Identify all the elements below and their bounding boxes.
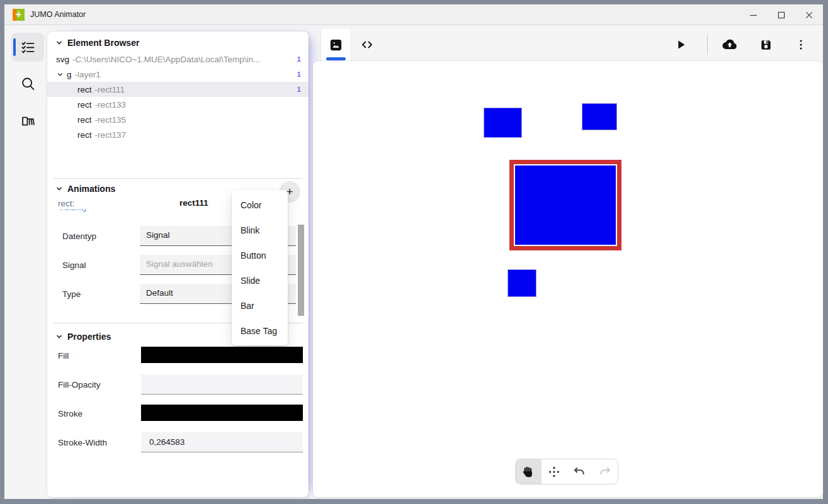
- element-tree: svg -C:\Users\NICO~1.MUE\AppData\Local\T…: [47, 52, 309, 142]
- animations-title: Animations: [67, 184, 115, 194]
- chevron-down-icon: [55, 333, 63, 340]
- close-icon: [803, 9, 815, 21]
- save-icon: [759, 38, 773, 52]
- undo-button[interactable]: [567, 459, 593, 484]
- tree-row-rect111[interactable]: rect -rect111 1: [47, 82, 309, 97]
- fill-label: Fill: [58, 351, 69, 361]
- selection-ring[interactable]: [509, 160, 621, 250]
- menu-item-base-tag[interactable]: Base Tag: [232, 318, 288, 344]
- properties-title: Properties: [67, 332, 111, 342]
- stroke-color-swatch[interactable]: [141, 405, 303, 421]
- play-icon: [674, 38, 688, 52]
- left-panel: Element Browser svg -C:\Users\NICO~1.MUE…: [47, 31, 309, 497]
- image-icon: [329, 38, 343, 52]
- code-icon: [360, 37, 375, 52]
- checklist-icon: [20, 39, 37, 56]
- titlebar: + JUMO Animator: [4, 4, 823, 25]
- stroke-width-label: Stroke-Width: [58, 438, 107, 447]
- animations-header[interactable]: Animations: [55, 184, 115, 194]
- fill-opacity-input[interactable]: [141, 374, 303, 395]
- element-browser-header[interactable]: Element Browser: [55, 38, 139, 48]
- sidebar-item-elements[interactable]: [11, 33, 44, 62]
- play-button[interactable]: [669, 33, 692, 56]
- tab-design[interactable]: [321, 28, 351, 61]
- svg-canvas[interactable]: [313, 61, 823, 497]
- tree-row-g-layer1[interactable]: g -layer1 1: [47, 67, 309, 82]
- selected-element-name: rect111: [179, 198, 208, 208]
- upload-button[interactable]: [718, 33, 741, 56]
- svg-rect: [515, 165, 616, 245]
- properties-header[interactable]: Properties: [55, 332, 111, 342]
- signal-label: Signal: [62, 260, 86, 270]
- hand-icon: [521, 465, 535, 479]
- stroke-width-input[interactable]: 0,264583: [141, 432, 303, 452]
- window-title: JUMO Animator: [30, 4, 86, 25]
- redo-icon: [598, 465, 612, 479]
- cloud-upload-icon: [722, 36, 738, 53]
- tree-row-rect133[interactable]: rect -rect133: [47, 97, 309, 112]
- move-icon: [547, 465, 561, 479]
- svg-rect[interactable]: [582, 103, 617, 130]
- toolbar-divider: [707, 35, 708, 55]
- search-icon: [20, 76, 37, 92]
- element-browser-title: Element Browser: [67, 38, 139, 48]
- sidebar-item-search[interactable]: [11, 69, 44, 98]
- chevron-down-icon: [57, 71, 64, 78]
- selected-element-label: rect:: [58, 199, 74, 208]
- svg-rect[interactable]: [508, 269, 536, 297]
- maximize-button[interactable]: [768, 4, 795, 25]
- section-divider: [54, 178, 302, 179]
- save-button[interactable]: [754, 33, 777, 56]
- chevron-down-icon: [55, 185, 63, 193]
- fill-color-swatch[interactable]: [141, 347, 303, 363]
- animation-count-badge: 1: [297, 70, 301, 78]
- close-button[interactable]: [795, 4, 823, 25]
- app-window: + JUMO Animator: [4, 4, 823, 499]
- animation-tab-clipped[interactable]: Visibility: [58, 210, 103, 214]
- redo-button[interactable]: [593, 459, 618, 484]
- menu-item-blink[interactable]: Blink: [232, 218, 288, 243]
- kebab-menu-icon: [794, 38, 808, 52]
- menu-item-slide[interactable]: Slide: [232, 268, 288, 293]
- tab-code[interactable]: [358, 36, 376, 53]
- fill-opacity-label: Fill-Opacity: [58, 380, 101, 389]
- tree-row-rect137[interactable]: rect -rect137: [47, 127, 309, 142]
- chevron-down-icon: [55, 39, 63, 47]
- animation-count-badge: 1: [297, 86, 301, 93]
- animation-count-badge: 1: [297, 55, 301, 63]
- minimize-button[interactable]: [740, 4, 768, 25]
- canvas-toolbar: [515, 459, 618, 484]
- active-tab-indicator: [326, 57, 346, 60]
- animations-scrollbar[interactable]: [298, 225, 304, 316]
- menu-item-bar[interactable]: Bar: [232, 293, 288, 318]
- tree-row-rect135[interactable]: rect -rect135: [47, 112, 309, 127]
- more-options-button[interactable]: [790, 33, 812, 56]
- menu-item-button[interactable]: Button: [232, 243, 288, 268]
- minimize-icon: [747, 9, 760, 21]
- undo-icon: [572, 465, 586, 479]
- datentyp-label: Datentyp: [62, 232, 96, 241]
- add-animation-menu: Color Blink Button Slide Bar Base Tag: [232, 190, 288, 345]
- sidebar-item-library[interactable]: [11, 106, 44, 135]
- maximize-icon: [775, 9, 788, 21]
- pan-tool-button[interactable]: [516, 459, 542, 484]
- library-icon: [20, 113, 37, 130]
- svg-rect[interactable]: [484, 108, 522, 138]
- stroke-label: Stroke: [58, 409, 82, 418]
- move-tool-button[interactable]: [542, 459, 567, 484]
- tree-row-svg[interactable]: svg -C:\Users\NICO~1.MUE\AppData\Local\T…: [47, 52, 309, 67]
- menu-item-color[interactable]: Color: [232, 193, 288, 218]
- type-label: Type: [62, 289, 81, 299]
- app-logo-icon: +: [13, 9, 25, 21]
